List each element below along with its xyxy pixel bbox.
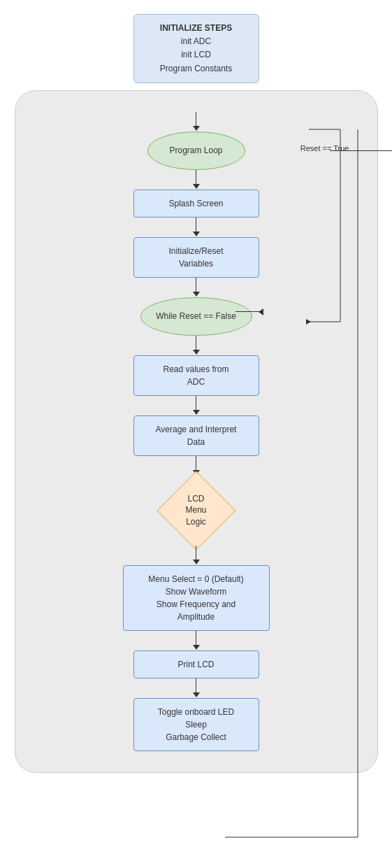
init-box: INITIALIZE STEPS init ADC init LCD Progr… [133,14,259,83]
arrow-3 [193,218,200,237]
splash-screen-box: Splash Screen [133,190,259,218]
arrow-9 [193,631,200,650]
arrow-2 [193,170,200,190]
init-line2: init LCD [181,50,211,59]
init-line3: Program Constants [160,64,232,73]
flow-container: Program Loop Reset == True Splash Screen… [15,90,378,773]
reset-arrow-tip [329,150,330,151]
while-reset-row: While Reset == False [29,297,363,336]
while-reset-ellipse: While Reset == False [140,297,252,336]
arrow-6 [193,396,200,415]
arrow-8 [193,546,200,565]
lcd-menu-diamond-wrapper: LCDMenuLogic [161,476,231,546]
init-title: INITIALIZE STEPS [160,23,232,33]
arrow-4 [193,278,200,297]
lcd-menu-text: LCDMenuLogic [185,493,206,528]
init-reset-vars-box: Initialize/ResetVariables [133,237,259,278]
program-loop-row: Program Loop Reset == True [29,131,363,170]
read-adc-box: Read values fromADC [133,355,259,396]
arrow-1 [193,112,200,131]
print-lcd-box: Print LCD [133,650,259,678]
program-loop-ellipse: Program Loop [147,131,245,170]
arrow-10 [193,678,200,698]
while-arrow-head [259,308,263,315]
average-data-box: Average and InterpretData [133,415,259,456]
init-line1: init ADC [181,36,211,46]
toggle-led-box: Toggle onboard LEDSleepGarbage Collect [133,698,259,751]
arrow-5 [193,336,200,355]
menu-select-box: Menu Select = 0 (Default)Show WaveformSh… [123,565,270,631]
reset-true-label: Reset == True [300,144,349,152]
